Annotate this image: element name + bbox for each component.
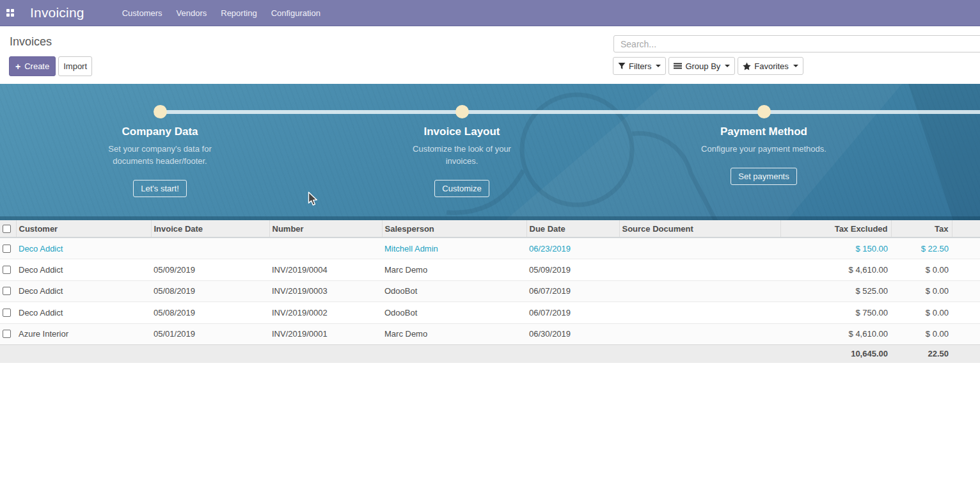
favorites-button[interactable]: Favorites (738, 57, 803, 75)
table-header-row: Customer Invoice Date Number Salesperson… (0, 220, 980, 237)
chevron-down-icon (656, 65, 661, 67)
cell-filler (952, 302, 980, 324)
group-by-bars-icon (674, 62, 682, 70)
cell-source-document (619, 259, 780, 281)
tax-total: 22.50 (891, 345, 952, 363)
group-by-button[interactable]: Group By (668, 57, 735, 75)
onboarding-step-payment-method: Payment Method Configure your payment me… (613, 125, 915, 185)
onboarding-step-company-data: Company Data Set your company's data for… (9, 125, 311, 197)
invoice-row[interactable]: Deco Addict 05/09/2019 INV/2019/0004 Mar… (0, 259, 980, 281)
cell-invoice-date: 05/09/2019 (151, 259, 269, 281)
cell-salesperson[interactable]: Marc Demo (382, 259, 526, 281)
column-header-tax[interactable]: Tax (891, 220, 952, 237)
cell-customer[interactable]: Deco Addict (16, 302, 151, 324)
cell-salesperson[interactable]: Mitchell Admin (382, 237, 526, 259)
import-button[interactable]: Import (58, 56, 92, 76)
cell-customer[interactable]: Deco Addict (16, 259, 151, 281)
breadcrumb-title: Invoices (10, 35, 52, 49)
apps-menu-icon[interactable] (6, 9, 14, 17)
invoice-row[interactable]: Deco Addict Mitchell Admin 06/23/2019 $ … (0, 237, 980, 259)
step-description: Set your company's data for documents he… (96, 143, 224, 167)
cell-customer[interactable]: Deco Addict (16, 280, 151, 302)
customize-button[interactable]: Customize (434, 180, 489, 197)
cell-number: INV/2019/0004 (269, 259, 382, 281)
cell-filler (952, 237, 980, 259)
step-title: Payment Method (613, 125, 915, 138)
cell-due-date: 05/09/2019 (526, 259, 619, 281)
search-input[interactable] (613, 35, 980, 52)
cell-number: INV/2019/0002 (269, 302, 382, 324)
column-header-source-document[interactable]: Source Document (619, 220, 780, 237)
column-header-filler (952, 220, 980, 237)
cell-source-document (619, 237, 780, 259)
favorites-button-label: Favorites (754, 61, 788, 71)
column-header-invoice-date[interactable]: Invoice Date (151, 220, 269, 237)
nav-item-reporting[interactable]: Reporting (214, 0, 264, 26)
cell-salesperson[interactable]: OdooBot (382, 280, 526, 302)
invoice-row[interactable]: Deco Addict 05/08/2019 INV/2019/0002 Odo… (0, 302, 980, 324)
column-header-due-date[interactable]: Due Date (526, 220, 619, 237)
cell-source-document (619, 280, 780, 302)
cell-tax-excluded: $ 4,610.00 (780, 323, 891, 345)
create-button[interactable]: + Create (9, 56, 56, 76)
cell-salesperson[interactable]: OdooBot (382, 302, 526, 324)
cell-filler (952, 259, 980, 281)
control-panel: Invoices + Create Import Filters Group B… (0, 26, 980, 84)
column-header-salesperson[interactable]: Salesperson (382, 220, 526, 237)
cell-number (269, 237, 382, 259)
filters-button[interactable]: Filters (613, 57, 666, 75)
app-title: Invoicing (30, 5, 84, 20)
cell-number: INV/2019/0003 (269, 280, 382, 302)
cell-invoice-date: 05/08/2019 (151, 280, 269, 302)
plus-icon: + (15, 62, 20, 71)
step-title: Company Data (9, 125, 311, 138)
nav-item-customers[interactable]: Customers (115, 0, 170, 26)
row-checkbox[interactable] (3, 266, 11, 274)
row-checkbox[interactable] (3, 309, 11, 317)
nav-item-configuration[interactable]: Configuration (264, 0, 328, 26)
step-description: Configure your payment methods. (700, 143, 828, 155)
column-header-number[interactable]: Number (269, 220, 382, 237)
cell-salesperson[interactable]: Marc Demo (382, 323, 526, 345)
nav-item-vendors[interactable]: Vendors (170, 0, 214, 26)
invoice-row[interactable]: Deco Addict 05/08/2019 INV/2019/0003 Odo… (0, 280, 980, 302)
cell-invoice-date: 05/08/2019 (151, 302, 269, 324)
cell-tax: $ 0.00 (891, 323, 952, 345)
top-navbar: Invoicing Customers Vendors Reporting Co… (0, 0, 980, 26)
cell-source-document (619, 302, 780, 324)
lets-start-button[interactable]: Let's start! (133, 180, 187, 197)
row-checkbox[interactable] (3, 287, 11, 295)
cell-due-date: 06/30/2019 (526, 323, 619, 345)
select-all-checkbox[interactable] (3, 225, 11, 233)
cell-source-document (619, 323, 780, 345)
create-button-label: Create (24, 61, 49, 71)
invoice-row[interactable]: Azure Interior 05/01/2019 INV/2019/0001 … (0, 323, 980, 345)
cell-due-date: 06/07/2019 (526, 280, 619, 302)
set-payments-button[interactable]: Set payments (731, 168, 797, 185)
cell-number: INV/2019/0001 (269, 323, 382, 345)
cell-tax: $ 0.00 (891, 302, 952, 324)
cell-customer[interactable]: Deco Addict (16, 237, 151, 259)
nav-menu: Customers Vendors Reporting Configuratio… (115, 0, 328, 26)
step-dot-payment-method (757, 105, 771, 118)
favorites-star-icon (743, 62, 751, 70)
onboarding-step-invoice-layout: Invoice Layout Customize the look of you… (311, 125, 613, 197)
step-dot-company-data (154, 105, 167, 118)
cell-filler (952, 280, 980, 302)
cell-customer[interactable]: Azure Interior (16, 323, 151, 345)
row-checkbox[interactable] (3, 330, 11, 338)
row-checkbox[interactable] (3, 245, 11, 253)
column-header-tax-excluded[interactable]: Tax Excluded (780, 220, 891, 237)
cell-invoice-date: 05/01/2019 (151, 323, 269, 345)
cell-tax: $ 0.00 (891, 280, 952, 302)
cell-tax: $ 0.00 (891, 259, 952, 281)
cell-due-date: 06/07/2019 (526, 302, 619, 324)
select-all-checkbox-cell (0, 220, 16, 237)
cell-tax-excluded: $ 525.00 (780, 280, 891, 302)
cell-invoice-date (151, 237, 269, 259)
filters-button-label: Filters (629, 61, 651, 71)
column-header-customer[interactable]: Customer (16, 220, 151, 237)
cell-filler (952, 323, 980, 345)
cell-tax-excluded: $ 4,610.00 (780, 259, 891, 281)
step-dot-invoice-layout (455, 105, 469, 118)
